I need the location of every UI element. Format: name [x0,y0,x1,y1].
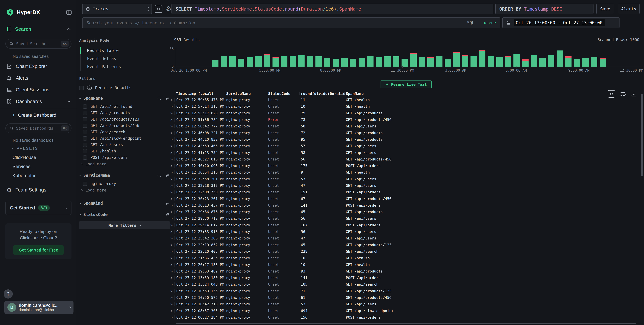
histogram-bar[interactable] [582,49,589,67]
row-expander-icon[interactable]: > [170,210,174,214]
denoise-results-toggle[interactable]: Denoise Results [79,85,170,90]
histogram-bar[interactable] [307,49,313,67]
resume-live-tail-button[interactable]: Resume Live Tail [380,80,432,88]
help-button[interactable]: ? [4,290,13,299]
saved-dashboards-input[interactable]: Saved Dashboards ⌘K [5,123,72,133]
row-expander-icon[interactable]: > [170,302,174,306]
table-row[interactable]: >Oct 27 12:10:53.155 PMnginx-proxyUnset7… [170,288,639,294]
sidebar-preset-item[interactable]: Services [12,162,36,171]
row-expander-icon[interactable]: > [170,296,174,300]
search-collapse-chevron-icon[interactable] [67,28,70,31]
filter-section-spankind[interactable]: SpanKind [79,201,170,206]
table-row[interactable]: >Oct 27 12:32:18.313 PMnginx-proxyUnset4… [170,182,639,189]
histogram-bar[interactable] [453,49,460,67]
row-expander-icon[interactable]: > [170,144,174,148]
histogram-bar[interactable] [350,49,356,67]
histogram-bar[interactable] [470,49,477,67]
save-button[interactable]: Save [596,4,614,14]
table-row[interactable]: >Oct 27 12:30:13.437 PMnginx-proxyUnset1… [170,202,639,209]
alerts-button[interactable]: Alerts [618,4,640,14]
order-by-input[interactable]: ORDER BY Timestamp DESC [495,4,594,14]
filter-checkbox-item[interactable]: nginx-proxy [79,180,170,187]
table-row[interactable]: >Oct 27 12:10:42.713 PMnginx-proxyUnset5… [170,301,639,308]
histogram-bar[interactable] [333,49,339,67]
table-row[interactable]: >Oct 27 12:57:14.313 PMnginx-proxyUnset1… [170,103,639,110]
table-row[interactable]: >Oct 27 12:08:57.305 PMnginx-proxyUnset6… [170,308,639,314]
row-expander-icon[interactable]: > [170,256,174,260]
histogram-bar[interactable] [341,49,348,67]
histogram-bar[interactable] [281,49,288,67]
checkbox[interactable] [83,143,87,147]
checkbox[interactable] [83,111,87,115]
checkbox[interactable] [83,104,87,109]
column-header-statuscode[interactable]: StatusCode [267,92,300,96]
histogram-bar[interactable] [548,49,554,67]
row-expander-icon[interactable]: > [170,230,174,234]
table-row[interactable]: >Oct 27 12:06:27.284 PMnginx-proxyUnset1… [170,314,639,321]
search-icon[interactable] [157,173,162,178]
checkbox[interactable] [83,117,87,121]
source-select[interactable]: Traces [82,4,152,14]
sql-select-input[interactable]: SELECT Timestamp,ServiceName,StatusCode,… [172,4,493,14]
checkbox[interactable] [83,130,87,134]
histogram-bar[interactable] [574,49,580,67]
table-row[interactable]: >Oct 27 12:10:50.572 PMnginx-proxyUnset6… [170,294,639,301]
histogram-bar[interactable] [539,49,546,67]
table-row[interactable]: >Oct 27 12:29:30.712 PMnginx-proxyUnset5… [170,215,639,222]
sql-mode-button[interactable]: SQL [467,20,474,25]
more-filters-button[interactable]: More filters [79,221,170,229]
filter-checkbox-item[interactable]: GET /api/not-found [79,103,170,110]
histogram-bar[interactable] [410,49,417,67]
histogram-bar[interactable] [505,49,511,67]
table-row[interactable]: >Oct 27 12:29:14.817 PMnginx-proxyUnset1… [170,222,639,228]
pin-icon[interactable] [166,173,170,178]
histogram-bar[interactable] [221,49,227,67]
histogram-bar[interactable] [230,49,236,67]
vertical-scrollbar-thumb[interactable] [641,94,643,176]
pin-icon[interactable] [166,201,170,205]
histogram-bar[interactable] [316,49,322,67]
sidebar-item-alerts[interactable]: Alerts [6,75,28,81]
histogram-bar[interactable] [324,49,330,67]
row-expander-icon[interactable]: > [170,183,174,188]
row-expander-icon[interactable]: > [170,236,174,240]
row-expander-icon[interactable]: > [170,137,174,142]
row-expander-icon[interactable]: > [170,124,174,128]
row-expander-icon[interactable]: > [170,190,174,194]
checkbox[interactable] [83,136,87,141]
table-row[interactable]: >Oct 27 12:41:23.754 PMnginx-proxyUnset5… [170,149,639,156]
sidebar-item-chart-explorer[interactable]: Chart Explorer [6,63,47,69]
row-expander-icon[interactable]: > [170,263,174,267]
results-histogram[interactable] [176,49,643,67]
row-expander-icon[interactable]: > [170,289,174,293]
denoise-checkbox[interactable] [79,86,84,90]
filter-checkbox-item[interactable]: GET /api/products [79,110,170,116]
table-row[interactable]: >Oct 27 12:53:17.623 PMnginx-proxyUnset7… [170,110,639,116]
table-row[interactable]: >Oct 27 12:21:36.435 PMnginx-proxyUnset1… [170,255,639,261]
pin-icon[interactable] [166,96,170,100]
analysis-mode-option[interactable]: Event Deltas [81,55,170,63]
histogram-bar[interactable] [479,49,486,67]
filter-section-servicename[interactable]: ServiceName [79,173,170,178]
row-expander-icon[interactable]: > [170,118,174,122]
sidebar-preset-item[interactable]: ClickHouse [12,153,36,162]
table-row[interactable]: >Oct 27 12:44:10.832 PMnginx-proxyUnset9… [170,136,639,143]
histogram-bar[interactable] [556,49,563,67]
histogram-bar[interactable] [264,49,270,67]
sidebar-item-dashboards[interactable]: Dashboards [6,99,42,104]
histogram-bar[interactable] [419,49,425,67]
filter-section-spanname[interactable]: SpanName [79,96,170,101]
checkbox[interactable] [83,124,87,128]
histogram-bar[interactable] [600,49,606,67]
row-expander-icon[interactable]: > [170,203,174,207]
checkbox[interactable] [83,149,87,153]
search-icon[interactable] [157,96,162,100]
column-header-servicename[interactable]: ServiceName [225,92,267,96]
filter-checkbox-item[interactable]: GET /health [79,148,170,154]
row-expander-icon[interactable]: > [170,98,174,102]
filter-checkbox-item[interactable]: GET /api/products/123 [79,116,170,122]
filter-checkbox-item[interactable]: GET /api/users [79,142,170,148]
row-expander-icon[interactable]: > [170,111,174,115]
row-expander-icon[interactable]: > [170,269,174,273]
histogram-bar[interactable] [298,49,304,67]
